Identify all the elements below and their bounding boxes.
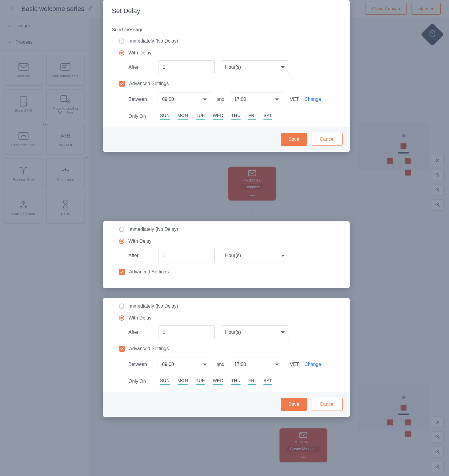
- timezone-label: VET: [290, 362, 299, 367]
- time-to-select[interactable]: 17:00: [230, 93, 283, 106]
- radio-icon: [119, 303, 124, 309]
- checkbox-icon: [119, 269, 125, 275]
- day-toggle-thu[interactable]: THU: [231, 113, 241, 120]
- save-button[interactable]: Save: [281, 133, 307, 146]
- chevron-down-icon: [275, 364, 279, 366]
- day-toggle-fri[interactable]: FRI: [248, 378, 256, 385]
- chevron-down-icon: [281, 66, 285, 68]
- change-timezone-link[interactable]: Change: [304, 97, 321, 102]
- change-timezone-link[interactable]: Change: [304, 362, 321, 367]
- day-toggle-thu[interactable]: THU: [231, 378, 241, 385]
- after-label: After: [128, 65, 152, 70]
- and-label: and: [216, 362, 224, 367]
- save-button[interactable]: Save: [281, 398, 307, 411]
- between-label: Between: [128, 97, 152, 102]
- modal-title: Set Delay: [103, 0, 350, 21]
- after-label: After: [128, 330, 152, 335]
- delay-unit-select[interactable]: Hour(s): [221, 60, 289, 74]
- radio-immediately[interactable]: Immediately (No Delay): [112, 225, 341, 234]
- cancel-button[interactable]: Cancel: [312, 133, 343, 146]
- time-from-select[interactable]: 09:00: [158, 358, 211, 371]
- radio-icon: [119, 50, 124, 56]
- chevron-down-icon: [203, 98, 207, 101]
- only-on-label: Only On: [128, 379, 152, 384]
- checkbox-icon: [119, 346, 125, 352]
- day-toggle-tue[interactable]: TUE: [196, 113, 205, 120]
- advanced-settings-toggle[interactable]: Advanced Settings: [112, 269, 341, 275]
- day-toggle-sun[interactable]: SUN: [160, 378, 170, 385]
- day-toggle-mon[interactable]: MON: [178, 113, 188, 120]
- advanced-settings-toggle[interactable]: Advanced Settings: [112, 346, 341, 352]
- radio-icon: [119, 38, 124, 44]
- time-from-select[interactable]: 09:00: [158, 93, 211, 106]
- day-toggle-mon[interactable]: MON: [178, 378, 188, 385]
- chevron-down-icon: [203, 364, 207, 366]
- after-label: After: [128, 253, 152, 258]
- day-toggle-sat[interactable]: SAT: [263, 378, 272, 385]
- day-toggle-fri[interactable]: FRI: [248, 113, 256, 120]
- chevron-down-icon: [281, 255, 285, 257]
- advanced-settings-toggle[interactable]: Advanced Settings: [112, 81, 341, 87]
- set-delay-modal: Immediately (No Delay) With Delay After …: [103, 221, 350, 288]
- radio-icon: [119, 315, 124, 321]
- delay-amount-input[interactable]: [158, 325, 215, 339]
- radio-with-delay[interactable]: With Delay: [112, 237, 341, 246]
- radio-immediately[interactable]: Immediately (No Delay): [112, 302, 341, 311]
- day-toggle-wed[interactable]: WED: [213, 378, 223, 385]
- day-toggle-tue[interactable]: TUE: [196, 378, 205, 385]
- timezone-label: VET: [290, 97, 299, 102]
- day-toggle-wed[interactable]: WED: [213, 113, 223, 120]
- chevron-down-icon: [275, 98, 279, 101]
- cancel-button[interactable]: Cancel: [312, 398, 343, 411]
- time-to-select[interactable]: 17:00: [230, 358, 283, 371]
- delay-unit-select[interactable]: Hour(s): [221, 249, 289, 262]
- chevron-down-icon: [281, 331, 285, 333]
- radio-with-delay[interactable]: With Delay: [112, 314, 341, 322]
- only-on-label: Only On: [128, 114, 152, 119]
- delay-amount-input[interactable]: [158, 249, 215, 262]
- set-delay-modal: Immediately (No Delay) With Delay After …: [103, 298, 350, 417]
- day-toggle-sat[interactable]: SAT: [263, 113, 272, 120]
- delay-amount-input[interactable]: [158, 60, 215, 74]
- checkbox-icon: [119, 81, 125, 87]
- delay-unit-select[interactable]: Hour(s): [221, 325, 289, 339]
- and-label: and: [216, 97, 224, 102]
- radio-icon: [119, 239, 124, 244]
- day-toggle-sun[interactable]: SUN: [160, 113, 170, 120]
- radio-with-delay[interactable]: With Delay: [112, 48, 341, 57]
- radio-immediately[interactable]: Immediately (No Delay): [112, 37, 341, 46]
- set-delay-modal: Set Delay Send message Immediately (No D…: [103, 0, 350, 152]
- between-label: Between: [128, 362, 152, 367]
- send-message-label: Send message: [112, 27, 341, 32]
- radio-icon: [119, 227, 124, 232]
